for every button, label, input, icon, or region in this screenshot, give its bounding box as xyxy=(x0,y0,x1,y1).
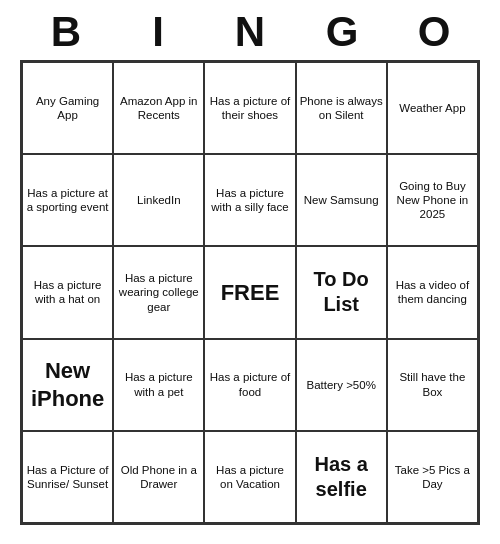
bingo-letter-g: G xyxy=(300,8,384,56)
bingo-cell-16: Has a picture with a pet xyxy=(113,339,204,431)
bingo-cell-7: Has a picture with a silly face xyxy=(204,154,295,246)
bingo-cell-17: Has a picture of food xyxy=(204,339,295,431)
bingo-cell-18: Battery >50% xyxy=(296,339,387,431)
bingo-cell-14: Has a video of them dancing xyxy=(387,246,478,338)
bingo-cell-24: Take >5 Pics a Day xyxy=(387,431,478,523)
bingo-cell-6: LinkedIn xyxy=(113,154,204,246)
bingo-letter-b: B xyxy=(24,8,108,56)
bingo-cell-9: Going to Buy New Phone in 2025 xyxy=(387,154,478,246)
bingo-cell-23: Has a selfie xyxy=(296,431,387,523)
bingo-cell-2: Has a picture of their shoes xyxy=(204,62,295,154)
bingo-cell-19: Still have the Box xyxy=(387,339,478,431)
bingo-cell-20: Has a Picture of Sunrise/ Sunset xyxy=(22,431,113,523)
bingo-cell-12: FREE xyxy=(204,246,295,338)
bingo-grid: Any Gaming AppAmazon App in RecentsHas a… xyxy=(20,60,480,525)
bingo-header: BINGO xyxy=(20,0,480,60)
bingo-letter-i: I xyxy=(116,8,200,56)
bingo-cell-11: Has a picture wearing college gear xyxy=(113,246,204,338)
bingo-cell-0: Any Gaming App xyxy=(22,62,113,154)
bingo-cell-21: Old Phone in a Drawer xyxy=(113,431,204,523)
bingo-cell-1: Amazon App in Recents xyxy=(113,62,204,154)
bingo-letter-n: N xyxy=(208,8,292,56)
bingo-letter-o: O xyxy=(392,8,476,56)
bingo-cell-15: New iPhone xyxy=(22,339,113,431)
bingo-cell-10: Has a picture with a hat on xyxy=(22,246,113,338)
bingo-cell-4: Weather App xyxy=(387,62,478,154)
bingo-cell-22: Has a picture on Vacation xyxy=(204,431,295,523)
bingo-cell-13: To Do List xyxy=(296,246,387,338)
bingo-cell-8: New Samsung xyxy=(296,154,387,246)
bingo-cell-3: Phone is always on Silent xyxy=(296,62,387,154)
bingo-cell-5: Has a picture at a sporting event xyxy=(22,154,113,246)
